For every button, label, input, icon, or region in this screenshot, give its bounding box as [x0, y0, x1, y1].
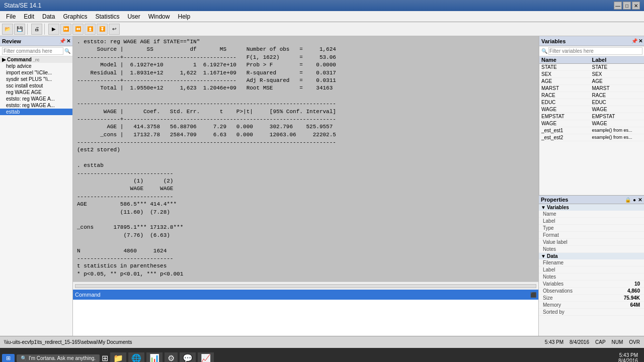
var-name-marst: MARST: [541, 85, 592, 91]
status-right: 5:43 PM 8/4/2016 CAP NUM OVR: [545, 339, 640, 345]
output-stored: (est2 stored): [77, 146, 534, 154]
review-item-3[interactable]: reg WAGE AGE: [0, 89, 72, 96]
review-item-5[interactable]: eststo: reg WAGE A...: [0, 102, 72, 109]
var-label-marst: MARST: [592, 85, 643, 91]
review-item-1[interactable]: sysdir set PLUS "\\...: [0, 76, 72, 82]
review-close-icon[interactable]: ✕: [66, 38, 70, 44]
output-reg-table: Source | SS df MS Number of obs = 1,624 …: [77, 46, 534, 146]
windows-logo-icon: ⊞: [6, 355, 11, 361]
search-taskbar[interactable]: 🔍 I'm Cortana. Ask me anything.: [17, 354, 100, 362]
taskbar-app5[interactable]: 💬: [180, 352, 196, 363]
menu-user[interactable]: User: [123, 12, 144, 21]
close-button[interactable]: ✕: [632, 2, 640, 10]
menu-data[interactable]: Data: [38, 12, 59, 21]
taskbar-file-explorer[interactable]: 📁: [110, 352, 126, 363]
review-panel: Review 📌 ✕ 🔍 ▶ Command _rc help advice i…: [0, 36, 73, 336]
taskbar-browser[interactable]: 🌐: [128, 352, 144, 363]
variables-pin-icon[interactable]: 📌: [631, 38, 637, 44]
prop-variables-expand-icon: ▼: [541, 205, 546, 210]
toolbar-btn2[interactable]: ⏩: [60, 24, 71, 35]
var-row-est1[interactable]: _est_est1 esample() from es...: [539, 127, 644, 134]
toolbar-btn3[interactable]: ⏪: [72, 24, 84, 35]
output-hscrollbar[interactable]: [73, 282, 538, 290]
var-row-wage[interactable]: WAGE WAGE: [539, 106, 644, 113]
var-name-educ: EDUC: [541, 100, 592, 105]
review-item-2[interactable]: ssc install estout: [0, 82, 72, 89]
prop-data-section[interactable]: ▼ Data: [539, 253, 644, 259]
cortana-text: I'm Cortana. Ask me anything.: [29, 355, 96, 361]
prop-variables-section[interactable]: ▼ Variables: [539, 204, 644, 211]
command-input-area[interactable]: [73, 300, 538, 336]
menu-window[interactable]: Window: [144, 12, 174, 21]
var-row-age[interactable]: AGE AGE: [539, 78, 644, 85]
menu-file[interactable]: File: [2, 12, 20, 21]
review-item-help[interactable]: help advice: [0, 63, 72, 69]
review-section-rc: _rc: [33, 57, 40, 62]
toolbar-save[interactable]: 💾: [14, 24, 25, 35]
variables-search-input[interactable]: [548, 47, 642, 55]
review-list: ▶ Command _rc help advice import excel "…: [0, 56, 72, 336]
prop-datalabel-row: Label: [539, 266, 644, 274]
review-search-input[interactable]: [2, 47, 63, 55]
task-view-button[interactable]: ⊞: [102, 353, 108, 363]
toolbar-btn6[interactable]: ↩: [109, 24, 120, 35]
var-label-empstat: EMPSTAT: [592, 114, 643, 119]
prop-filename-label: Filename: [543, 260, 564, 265]
review-item-4[interactable]: eststo: reg WAGE A...: [0, 96, 72, 102]
var-row-race[interactable]: RACE RACE: [539, 92, 644, 99]
review-panel-header: Review 📌 ✕: [0, 36, 72, 46]
menu-edit[interactable]: Edit: [20, 12, 38, 21]
status-date: 8/4/2016: [570, 339, 589, 345]
review-item-6[interactable]: esttab: [0, 109, 72, 115]
variables-close-icon[interactable]: ✕: [638, 38, 642, 44]
output-main: . eststo: reg WAGE AGE if STATE=="IN" So…: [73, 36, 538, 336]
prop-pin-icon[interactable]: ●: [633, 197, 636, 203]
var-name-est2: _est_est2: [541, 135, 592, 140]
review-pin-icon[interactable]: 📌: [59, 38, 65, 44]
var-col-name: Name: [541, 57, 592, 63]
prop-valuelabel-label: Value label: [543, 239, 568, 245]
command-input[interactable]: [75, 301, 536, 307]
prop-format-row: Format: [539, 232, 644, 239]
taskbar-excel[interactable]: 📊: [146, 352, 163, 363]
toolbar-open[interactable]: 📂: [2, 24, 13, 35]
taskbar-time: 5:43 PM: [618, 352, 638, 358]
var-row-sex[interactable]: SEX SEX: [539, 71, 644, 78]
var-row-wage2[interactable]: WAGE WAGE: [539, 120, 644, 127]
maximize-button[interactable]: □: [623, 2, 631, 10]
toolbar-btn1[interactable]: ▶: [48, 24, 59, 35]
toolbar-sep2: [44, 24, 46, 35]
var-row-educ[interactable]: EDUC EDUC: [539, 99, 644, 106]
output-content[interactable]: . eststo: reg WAGE AGE if STATE=="IN" So…: [73, 36, 538, 282]
properties-panel: Properties 🔒 ● ✕ ▼ Variables Name Label: [539, 195, 644, 336]
var-name-est1: _est_est1: [541, 128, 592, 133]
properties-panel-header: Properties 🔒 ● ✕: [539, 196, 644, 204]
variables-panel-header: Variables 📌 ✕: [539, 36, 644, 46]
toolbar-btn5[interactable]: ⏬: [97, 24, 108, 35]
taskbar-app4[interactable]: ⚙: [165, 352, 178, 363]
command-expand-icon[interactable]: ⬛: [530, 292, 536, 298]
var-row-empstat[interactable]: EMPSTAT EMPSTAT: [539, 113, 644, 120]
start-button[interactable]: ⊞: [2, 354, 15, 363]
review-section-header: ▶ Command _rc: [0, 56, 72, 63]
variables-header-icons: 📌 ✕: [631, 38, 642, 44]
output-cmd2: . esttab: [77, 162, 534, 169]
prop-name-row: Name: [539, 211, 644, 218]
menu-help[interactable]: Help: [174, 12, 194, 21]
review-item-0[interactable]: import excel "\\Clie...: [0, 69, 72, 76]
var-name-race: RACE: [541, 93, 592, 98]
menu-graphics[interactable]: Graphics: [59, 12, 91, 21]
toolbar-btn4[interactable]: ⏫: [85, 24, 96, 35]
prop-lock-icon[interactable]: 🔒: [625, 197, 631, 203]
prop-close-icon[interactable]: ✕: [638, 197, 642, 203]
toolbar-sep1: [27, 24, 29, 35]
prop-valuelabel-row: Value label: [539, 239, 644, 246]
prop-sortedby-label: Sorted by: [543, 309, 565, 315]
toolbar-print[interactable]: 🖨: [31, 24, 42, 35]
var-row-est2[interactable]: _est_est2 esample() from es...: [539, 134, 644, 141]
var-row-marst[interactable]: MARST MARST: [539, 85, 644, 92]
menu-statistics[interactable]: Statistics: [91, 12, 123, 21]
taskbar-stata[interactable]: 📈: [198, 352, 214, 363]
var-row-state[interactable]: STATE STATE: [539, 64, 644, 71]
minimize-button[interactable]: —: [614, 2, 622, 10]
